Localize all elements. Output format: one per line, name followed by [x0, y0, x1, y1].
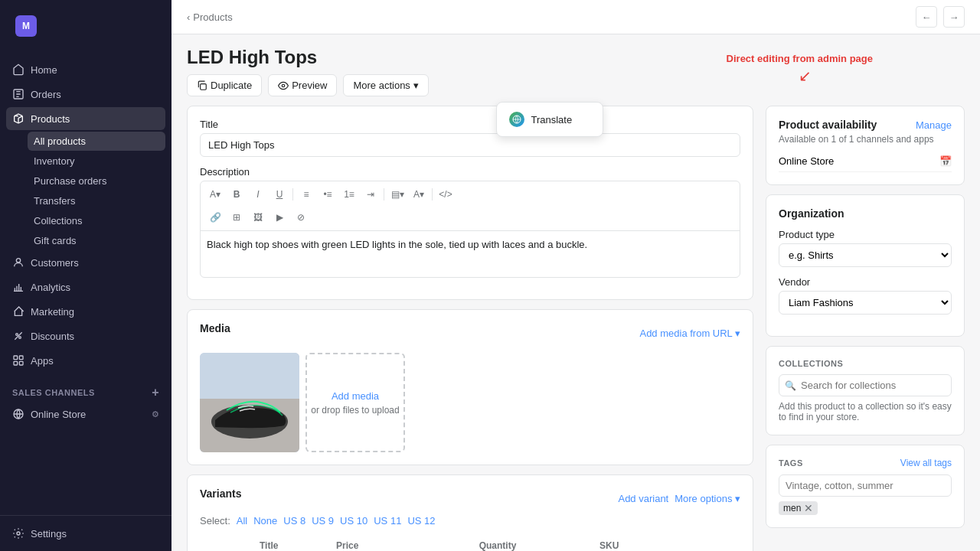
rte-ul-btn[interactable]: •≡ [318, 184, 338, 204]
media-header: Media Add media from URL ▾ [200, 322, 740, 344]
org-title: Organization [779, 207, 952, 220]
rte-content-area[interactable]: Black high top shoes with green LED ligh… [201, 231, 740, 277]
duplicate-button[interactable]: Duplicate [187, 74, 262, 96]
vendor-label: Vendor [779, 276, 952, 288]
rte-italic-btn[interactable]: I [248, 184, 268, 204]
select-all[interactable]: All [237, 515, 247, 527]
sidebar-item-products[interactable]: Products [6, 107, 165, 130]
tags-input[interactable] [779, 474, 952, 497]
add-media-url-btn[interactable]: Add media from URL ▾ [639, 328, 740, 339]
content-left: Title Description A▾ B I U ≡ •≡ [187, 106, 753, 551]
select-label: Select: [200, 515, 230, 527]
online-store-settings-icon[interactable]: ⚙ [152, 409, 159, 419]
rte-underline-btn[interactable]: U [270, 184, 289, 204]
rte-clear-btn[interactable]: ⊘ [291, 207, 311, 227]
tag-men-remove[interactable]: ✕ [804, 503, 813, 514]
collections-hint: Add this product to a collection so it's… [779, 401, 952, 422]
select-us10[interactable]: US 10 [340, 515, 368, 527]
calendar-icon[interactable]: 📅 [939, 155, 952, 167]
translate-option[interactable]: Translate [500, 106, 599, 133]
rte-table-btn[interactable]: ⊞ [227, 207, 247, 227]
view-all-tags-link[interactable]: View all tags [900, 458, 952, 468]
sidebar-item-apps[interactable]: Apps [6, 349, 165, 372]
manage-link[interactable]: Manage [916, 119, 952, 131]
more-actions-button[interactable]: More actions ▾ [343, 74, 428, 96]
channel-name: Online Store [779, 155, 834, 167]
media-upload-area[interactable]: Add media or drop files to upload [305, 353, 405, 452]
sidebar-item-marketing[interactable]: Marketing [6, 300, 165, 323]
sidebar-item-online-store[interactable]: Online Store ⚙ [6, 403, 165, 425]
select-us9[interactable]: US 9 [312, 515, 334, 527]
sidebar-item-orders[interactable]: Orders [6, 83, 165, 106]
prev-button[interactable]: ← [916, 6, 937, 28]
select-us8[interactable]: US 8 [283, 515, 305, 527]
select-us12[interactable]: US 12 [407, 515, 435, 527]
product-type-select[interactable]: e.g. Shirts [779, 243, 952, 267]
product-type-group: Product type e.g. Shirts [779, 229, 952, 267]
subnav-purchase-orders[interactable]: Purchase orders [28, 171, 165, 191]
sidebar-item-home[interactable]: Home [6, 58, 165, 81]
select-none[interactable]: None [253, 515, 277, 527]
more-options-btn[interactable]: More options ▾ [675, 493, 740, 504]
action-bar-wrapper: Direct editing from admin page ↙ Duplica… [172, 74, 980, 106]
rte-indent-btn[interactable]: ⇥ [361, 184, 381, 204]
variants-title: Variants [200, 487, 241, 500]
products-icon [12, 112, 24, 125]
svg-point-9 [17, 532, 20, 535]
add-variant-button[interactable]: Add variant [618, 493, 668, 504]
collections-search-wrap: 🔍 [779, 374, 952, 396]
sidebar-item-home-label: Home [31, 64, 57, 76]
add-channel-icon[interactable]: + [152, 386, 159, 399]
sidebar-item-orders-label: Orders [31, 89, 61, 100]
organization-card: Organization Product type e.g. Shirts Ve… [766, 194, 965, 337]
subnav-gift-cards[interactable]: Gift cards [28, 231, 165, 250]
title-input[interactable] [200, 133, 740, 157]
rte-video-btn[interactable]: ▶ [270, 207, 289, 227]
duplicate-icon [197, 80, 207, 91]
availability-card: Product availability Manage Available on… [766, 106, 965, 185]
rte-font-btn[interactable]: A▾ [205, 184, 225, 204]
preview-button[interactable]: Preview [268, 74, 337, 96]
col-price: Price [330, 536, 473, 551]
store-header[interactable]: M [9, 9, 162, 43]
subnav-transfers[interactable]: Transfers [28, 191, 165, 210]
product-image[interactable] [200, 353, 299, 452]
sidebar-item-customers-label: Customers [31, 257, 79, 269]
more-actions-wrapper: More actions ▾ Translate [343, 74, 428, 96]
translate-globe-icon [509, 112, 524, 127]
rte-link-btn[interactable]: 🔗 [205, 207, 225, 227]
sidebar-item-discounts-label: Discounts [31, 331, 74, 342]
sidebar-item-settings[interactable]: Settings [6, 522, 165, 545]
vendor-select[interactable]: Liam Fashions [779, 291, 952, 315]
subnav-collections[interactable]: Collections [28, 211, 165, 230]
content-area: Title Description A▾ B I U ≡ •≡ [172, 106, 980, 551]
add-media-text: Add media [332, 390, 379, 402]
rte-list-btn[interactable]: ≡ [296, 184, 316, 204]
rte-align-btn[interactable]: ▤▾ [387, 184, 407, 204]
svg-rect-7 [19, 361, 23, 365]
sidebar-item-customers[interactable]: Customers [6, 251, 165, 274]
variants-table-header: Title Price Quantity SKU [200, 536, 740, 551]
settings-icon [12, 527, 24, 540]
next-button[interactable]: → [943, 6, 965, 28]
rte-code-btn[interactable]: </> [436, 184, 456, 204]
select-us11[interactable]: US 11 [374, 515, 401, 527]
rte-bold-btn[interactable]: B [227, 184, 247, 204]
rte-image-btn[interactable]: 🖼 [248, 207, 268, 227]
collections-search-input[interactable] [779, 374, 952, 396]
col-check [200, 536, 223, 551]
vendor-group: Vendor Liam Fashions [779, 276, 952, 315]
sidebar-item-analytics[interactable]: Analytics [6, 276, 165, 298]
rte-ol-btn[interactable]: 1≡ [339, 184, 359, 204]
sidebar-item-discounts[interactable]: Discounts [6, 324, 165, 347]
collections-card: COLLECTIONS 🔍 Add this product to a coll… [766, 346, 965, 435]
svg-rect-6 [14, 361, 18, 365]
svg-point-11 [282, 84, 285, 87]
rte-color-btn[interactable]: A▾ [409, 184, 429, 204]
subnav-all-products[interactable]: All products [28, 132, 165, 151]
subnav-inventory[interactable]: Inventory [28, 152, 165, 171]
breadcrumb-parent[interactable]: Products [193, 11, 232, 23]
analytics-icon [12, 281, 24, 293]
settings-label: Settings [31, 528, 67, 540]
sales-channels-section: SALES CHANNELS + [6, 373, 165, 403]
